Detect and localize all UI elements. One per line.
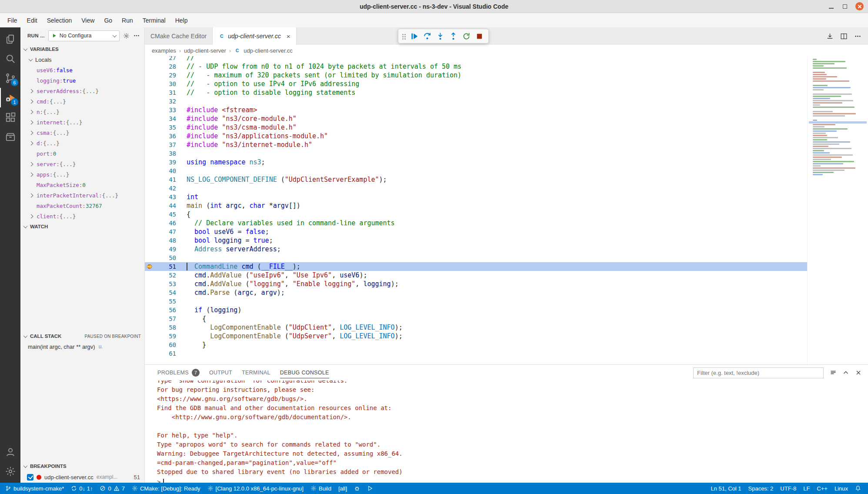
code-line[interactable]: 33#include <fstream> <box>145 106 807 114</box>
close-tab-icon[interactable]: × <box>287 33 290 40</box>
status-buildsystem-cmake[interactable]: buildsystem-cmake* <box>2 483 67 494</box>
code-line[interactable]: 50 <box>145 254 807 262</box>
status-bell[interactable] <box>851 483 865 494</box>
status-clang-12-0-0-x86-64-pc-linux-gnu[interactable]: [Clang 12.0.0 x86_64-pc-linux-gnu] <box>204 483 307 494</box>
variable-row[interactable]: internet: {...} <box>20 117 144 127</box>
code-line[interactable]: 43int <box>145 193 807 201</box>
code-line[interactable]: 46 // Declare variables used in command-… <box>145 219 807 227</box>
code-line[interactable]: 55 <box>145 297 807 306</box>
gutter[interactable]: 27 <box>145 56 176 62</box>
gutter[interactable]: 61 <box>145 349 176 358</box>
gutter[interactable]: 60 <box>145 340 176 349</box>
code-line[interactable]: 39using namespace ns3; <box>145 158 807 167</box>
breadcrumb-item[interactable]: udp-client-server.cc <box>244 47 293 54</box>
status-bug[interactable] <box>351 483 364 494</box>
debug-step-out-button[interactable] <box>447 30 459 42</box>
status-0[interactable]: 07 <box>96 483 128 494</box>
menu-terminal[interactable]: Terminal <box>138 13 170 27</box>
code-line[interactable]: 59 LogComponentEnable ("UdpServer", LOG_… <box>145 332 807 340</box>
variable-row[interactable]: apps: {...} <box>20 169 144 180</box>
variable-row[interactable]: logging: true <box>20 75 144 86</box>
gutter[interactable]: 49 <box>145 245 176 254</box>
run-debug-icon[interactable]: 1 <box>0 88 20 107</box>
code-line[interactable]: 48 bool logging = true; <box>145 236 807 245</box>
code-line[interactable]: 52 cmd.AddValue ("useIpv6", "Use Ipv6", … <box>145 271 807 280</box>
code-line[interactable]: 54 cmd.Parse (argc, argv); <box>145 288 807 297</box>
panel-tab-output[interactable]: OUTPUT <box>204 365 237 381</box>
code-line[interactable]: 53 cmd.AddValue ("logging", "Enable logg… <box>145 280 807 288</box>
code-line[interactable]: 34#include "ns3/core-module.h" <box>145 114 807 123</box>
watch-section-header[interactable]: WATCH <box>20 221 144 232</box>
code-line[interactable]: 51 CommandLine cmd (__FILE__); <box>145 262 807 271</box>
debug-step-into-button[interactable] <box>434 30 446 42</box>
status-cmake-debug-ready[interactable]: CMake: [Debug]: Ready <box>128 483 204 494</box>
status-spaces-2[interactable]: Spaces: 2 <box>745 483 777 494</box>
code-line[interactable]: 31// - option to disable logging stateme… <box>145 88 807 97</box>
code-line[interactable]: 35#include "ns3/csma-module.h" <box>145 123 807 132</box>
console-input-row[interactable]: > <box>157 477 868 483</box>
gutter[interactable]: 28 <box>145 62 176 71</box>
stack-frame[interactable]: main(int argc, char ** argv) u. <box>20 341 144 352</box>
variable-row[interactable]: MaxPacketSize: 0 <box>20 180 144 190</box>
code-line[interactable]: 47 bool useV6 = false; <box>145 227 807 236</box>
code-line[interactable]: 49 Address serverAddress; <box>145 245 807 254</box>
maximize-button[interactable] <box>841 3 848 10</box>
gutter[interactable]: 50 <box>145 254 176 262</box>
gutter[interactable]: 43 <box>145 193 176 201</box>
code-line[interactable]: 57 { <box>145 314 807 323</box>
status-build[interactable]: Build <box>307 483 335 494</box>
code-line[interactable]: 40 <box>145 167 807 175</box>
code-line[interactable]: 41NS_LOG_COMPONENT_DEFINE ("UdpClientSer… <box>145 175 807 184</box>
gutter[interactable]: 48 <box>145 236 176 245</box>
more-actions-icon[interactable] <box>133 32 140 39</box>
variable-row[interactable]: server: {...} <box>20 159 144 169</box>
editor-tab[interactable]: CMake Cache Editor <box>145 27 213 45</box>
menu-run[interactable]: Run <box>117 13 138 27</box>
remote-explorer-icon[interactable] <box>0 127 20 147</box>
gutter[interactable]: 58 <box>145 323 176 332</box>
code-line[interactable]: 29// - maximum of 320 packets sent (or l… <box>145 71 807 80</box>
variable-row[interactable]: serverAddress: {...} <box>20 86 144 96</box>
gutter[interactable]: 34 <box>145 114 176 123</box>
gutter[interactable]: 35 <box>145 123 176 132</box>
more-actions-icon[interactable] <box>854 33 861 40</box>
gutter[interactable]: 41 <box>145 175 176 184</box>
gutter[interactable]: 57 <box>145 314 176 323</box>
menu-edit[interactable]: Edit <box>22 13 42 27</box>
code-line[interactable]: 27// <box>145 56 807 62</box>
console-filter-input[interactable] <box>693 367 824 378</box>
debug-restart-button[interactable] <box>461 30 472 42</box>
explorer-icon[interactable] <box>0 29 20 49</box>
status-play[interactable] <box>364 483 377 494</box>
drag-handle[interactable] <box>402 34 404 35</box>
status-0-1[interactable]: 0↓ 1↑ <box>67 483 96 494</box>
gutter[interactable]: 47 <box>145 227 176 236</box>
breakpoint-checkbox[interactable] <box>27 474 33 481</box>
variable-row[interactable]: csma: {...} <box>20 127 144 138</box>
gutter[interactable]: 29 <box>145 71 176 80</box>
variable-row[interactable]: interPacketInterval: {...} <box>20 190 144 200</box>
gutter[interactable]: 42 <box>145 184 176 193</box>
code-line[interactable]: 36#include "ns3/applications-module.h" <box>145 132 807 140</box>
split-editor-icon[interactable] <box>840 33 848 40</box>
gutter[interactable]: 56 <box>145 306 176 314</box>
menu-view[interactable]: View <box>77 13 99 27</box>
gutter[interactable]: 55 <box>145 297 176 306</box>
code-line[interactable]: 42 <box>145 184 807 193</box>
code-line[interactable]: 32 <box>145 97 807 106</box>
editor-tab[interactable]: Cudp-client-server.cc× <box>213 27 296 45</box>
gutter[interactable]: 46 <box>145 219 176 227</box>
call-stack-section-header[interactable]: CALL STACK PAUSED ON BREAKPOINT <box>20 331 144 341</box>
panel-tab-debug-console[interactable]: DEBUG CONSOLE <box>275 365 334 381</box>
gutter[interactable]: 40 <box>145 167 176 175</box>
debug-settings-gear-icon[interactable] <box>123 33 130 39</box>
maximize-panel-icon[interactable] <box>842 369 849 376</box>
code-line[interactable]: 56 if (logging) <box>145 306 807 314</box>
menu-go[interactable]: Go <box>99 13 117 27</box>
gutter[interactable]: 45 <box>145 210 176 219</box>
gutter[interactable]: 51 <box>145 262 176 271</box>
code-line[interactable]: 58 LogComponentEnable ("UdpClient", LOG_… <box>145 323 807 332</box>
gutter[interactable]: 36 <box>145 132 176 140</box>
gutter[interactable]: 59 <box>145 332 176 340</box>
status-utf-8[interactable]: UTF-8 <box>777 483 800 494</box>
